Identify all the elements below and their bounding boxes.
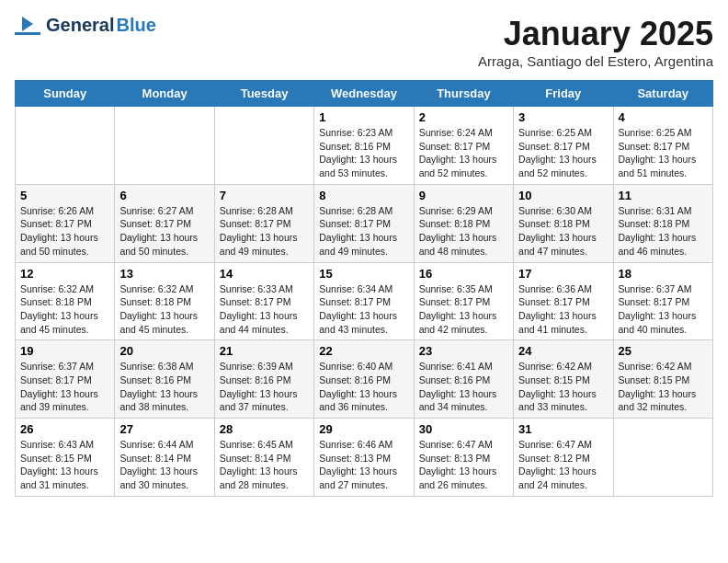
day-detail: Sunrise: 6:28 AMSunset: 8:17 PMDaylight:… [220,204,309,259]
day-detail: Sunrise: 6:25 AMSunset: 8:17 PMDaylight:… [619,126,708,180]
day-number: 29 [319,422,408,436]
calendar-cell: 10Sunrise: 6:30 AMSunset: 8:18 PMDayligh… [514,184,613,262]
day-detail: Sunrise: 6:31 AMSunset: 8:18 PMDaylight:… [619,204,708,259]
page-title: January 2025 [478,15,713,53]
day-detail: Sunrise: 6:38 AMSunset: 8:16 PMDaylight:… [119,360,209,414]
day-detail: Sunrise: 6:32 AMSunset: 8:18 PMDaylight:… [119,282,209,337]
calendar-cell: 30Sunrise: 6:47 AMSunset: 8:13 PMDayligh… [414,419,513,497]
day-detail: Sunrise: 6:27 AMSunset: 8:17 PMDaylight:… [119,204,209,259]
calendar-cell: 21Sunrise: 6:39 AMSunset: 8:16 PMDayligh… [214,340,313,419]
calendar-cell: 12Sunrise: 6:32 AMSunset: 8:18 PMDayligh… [16,262,115,340]
day-number: 11 [619,189,708,202]
day-number: 25 [619,344,708,358]
page-header: GeneralBlue January 2025 Arraga, Santiag… [15,15,713,69]
day-detail: Sunrise: 6:45 AMSunset: 8:14 PMDaylight:… [220,438,309,492]
calendar-cell: 26Sunrise: 6:43 AMSunset: 8:15 PMDayligh… [16,419,115,497]
day-number: 7 [220,189,309,202]
day-detail: Sunrise: 6:23 AMSunset: 8:16 PMDaylight:… [319,126,408,180]
day-detail: Sunrise: 6:47 AMSunset: 8:13 PMDaylight:… [419,438,508,492]
day-number: 17 [518,267,608,281]
calendar-cell: 27Sunrise: 6:44 AMSunset: 8:14 PMDayligh… [115,419,214,497]
calendar-week-row: 19Sunrise: 6:37 AMSunset: 8:17 PMDayligh… [16,340,713,419]
day-number: 20 [119,344,209,358]
day-number: 31 [518,422,608,436]
day-detail: Sunrise: 6:34 AMSunset: 8:17 PMDaylight:… [319,282,408,337]
calendar-cell [214,107,313,185]
logo-icon [15,17,40,35]
weekday-header-saturday: Saturday [613,81,712,107]
day-detail: Sunrise: 6:46 AMSunset: 8:13 PMDaylight:… [319,438,408,492]
day-number: 3 [518,110,608,124]
day-number: 5 [20,189,109,202]
day-detail: Sunrise: 6:42 AMSunset: 8:15 PMDaylight:… [518,360,608,414]
calendar-cell: 7Sunrise: 6:28 AMSunset: 8:17 PMDaylight… [214,184,313,262]
day-detail: Sunrise: 6:43 AMSunset: 8:15 PMDaylight:… [20,438,109,492]
day-number: 28 [220,422,309,436]
calendar-week-row: 26Sunrise: 6:43 AMSunset: 8:15 PMDayligh… [16,419,713,497]
calendar-week-row: 12Sunrise: 6:32 AMSunset: 8:18 PMDayligh… [16,262,713,340]
day-detail: Sunrise: 6:37 AMSunset: 8:17 PMDaylight:… [619,282,708,337]
logo: GeneralBlue [15,15,156,36]
day-number: 27 [119,422,209,436]
day-detail: Sunrise: 6:47 AMSunset: 8:12 PMDaylight:… [518,438,608,492]
day-number: 23 [419,344,508,358]
calendar-cell: 23Sunrise: 6:41 AMSunset: 8:16 PMDayligh… [414,340,513,419]
calendar-week-row: 5Sunrise: 6:26 AMSunset: 8:17 PMDaylight… [16,184,713,262]
day-number: 19 [20,344,109,358]
day-detail: Sunrise: 6:37 AMSunset: 8:17 PMDaylight:… [20,360,109,414]
weekday-header-tuesday: Tuesday [214,81,313,107]
day-number: 10 [518,189,608,202]
calendar-table: SundayMondayTuesdayWednesdayThursdayFrid… [15,80,713,497]
weekday-header-thursday: Thursday [414,81,513,107]
day-number: 21 [220,344,309,358]
calendar-cell: 18Sunrise: 6:37 AMSunset: 8:17 PMDayligh… [613,262,712,340]
day-number: 1 [319,110,408,124]
day-number: 22 [319,344,408,358]
calendar-cell: 11Sunrise: 6:31 AMSunset: 8:18 PMDayligh… [613,184,712,262]
weekday-header-monday: Monday [115,81,214,107]
page-subtitle: Arraga, Santiago del Estero, Argentina [478,53,713,69]
day-number: 12 [20,267,109,281]
calendar-cell: 14Sunrise: 6:33 AMSunset: 8:17 PMDayligh… [214,262,313,340]
weekday-header-wednesday: Wednesday [314,81,414,107]
calendar-cell: 25Sunrise: 6:42 AMSunset: 8:15 PMDayligh… [613,340,712,419]
calendar-cell: 13Sunrise: 6:32 AMSunset: 8:18 PMDayligh… [115,262,214,340]
day-detail: Sunrise: 6:33 AMSunset: 8:17 PMDaylight:… [220,282,309,337]
day-number: 13 [119,267,209,281]
calendar-cell [613,419,712,497]
calendar-cell: 8Sunrise: 6:28 AMSunset: 8:17 PMDaylight… [314,184,414,262]
day-detail: Sunrise: 6:39 AMSunset: 8:16 PMDaylight:… [220,360,309,414]
calendar-cell: 1Sunrise: 6:23 AMSunset: 8:16 PMDaylight… [314,107,414,185]
calendar-cell: 15Sunrise: 6:34 AMSunset: 8:17 PMDayligh… [314,262,414,340]
day-detail: Sunrise: 6:28 AMSunset: 8:17 PMDaylight:… [319,204,408,259]
weekday-header-sunday: Sunday [16,81,115,107]
day-number: 6 [119,189,209,202]
calendar-cell: 29Sunrise: 6:46 AMSunset: 8:13 PMDayligh… [314,419,414,497]
day-detail: Sunrise: 6:35 AMSunset: 8:17 PMDaylight:… [419,282,508,337]
title-block: January 2025 Arraga, Santiago del Estero… [478,15,713,69]
day-detail: Sunrise: 6:32 AMSunset: 8:18 PMDaylight:… [20,282,109,337]
weekday-header-row: SundayMondayTuesdayWednesdayThursdayFrid… [16,81,713,107]
day-detail: Sunrise: 6:42 AMSunset: 8:15 PMDaylight:… [619,360,708,414]
calendar-week-row: 1Sunrise: 6:23 AMSunset: 8:16 PMDaylight… [16,107,713,185]
day-number: 2 [419,110,508,124]
day-number: 9 [419,189,508,202]
day-number: 15 [319,267,408,281]
calendar-cell: 3Sunrise: 6:25 AMSunset: 8:17 PMDaylight… [514,107,613,185]
calendar-cell: 16Sunrise: 6:35 AMSunset: 8:17 PMDayligh… [414,262,513,340]
day-detail: Sunrise: 6:36 AMSunset: 8:17 PMDaylight:… [518,282,608,337]
logo-general-text: General [46,15,114,36]
day-detail: Sunrise: 6:40 AMSunset: 8:16 PMDaylight:… [319,360,408,414]
day-detail: Sunrise: 6:25 AMSunset: 8:17 PMDaylight:… [518,126,608,180]
calendar-cell [16,107,115,185]
day-detail: Sunrise: 6:41 AMSunset: 8:16 PMDaylight:… [419,360,508,414]
calendar-cell: 9Sunrise: 6:29 AMSunset: 8:18 PMDaylight… [414,184,513,262]
day-number: 14 [220,267,309,281]
day-detail: Sunrise: 6:44 AMSunset: 8:14 PMDaylight:… [119,438,209,492]
day-detail: Sunrise: 6:30 AMSunset: 8:18 PMDaylight:… [518,204,608,259]
calendar-cell: 6Sunrise: 6:27 AMSunset: 8:17 PMDaylight… [115,184,214,262]
calendar-cell: 24Sunrise: 6:42 AMSunset: 8:15 PMDayligh… [514,340,613,419]
calendar-cell: 4Sunrise: 6:25 AMSunset: 8:17 PMDaylight… [613,107,712,185]
calendar-cell: 2Sunrise: 6:24 AMSunset: 8:17 PMDaylight… [414,107,513,185]
calendar-cell: 5Sunrise: 6:26 AMSunset: 8:17 PMDaylight… [16,184,115,262]
